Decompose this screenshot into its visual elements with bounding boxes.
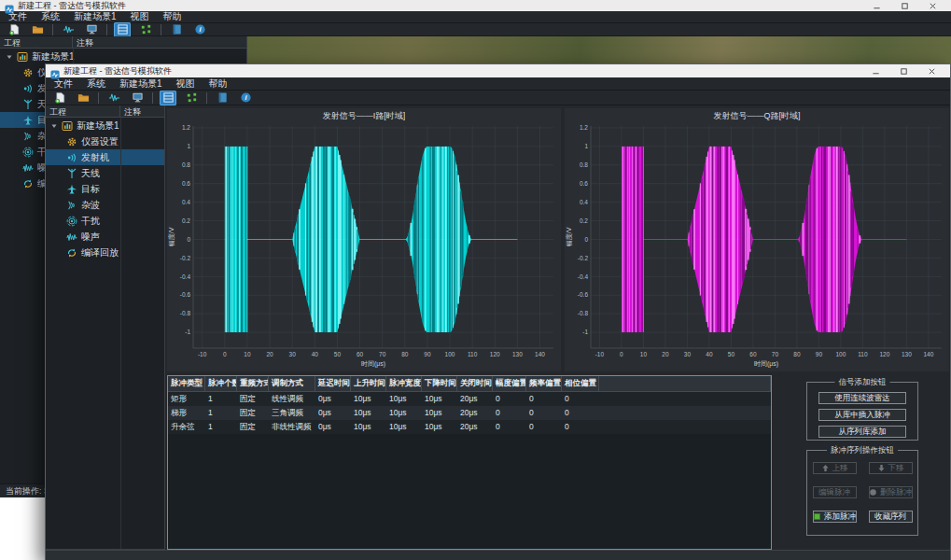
table-row-rect[interactable]: 矩形1固定线性调频0μs10μs10μs10μs20μs000 (168, 392, 771, 406)
open-project-button[interactable] (29, 22, 46, 37)
minimize-icon[interactable] (872, 67, 880, 76)
svg-text:90: 90 (424, 351, 431, 357)
menu-file[interactable]: 文件 (8, 10, 27, 23)
info-icon: i (194, 23, 206, 35)
svg-text:-1: -1 (185, 329, 190, 335)
fg-tree-item-jamming[interactable]: 干扰 (46, 213, 164, 229)
q-waveform-plot[interactable]: -100102030405060708090100110120130140-1-… (565, 120, 949, 369)
close-icon[interactable] (929, 2, 937, 10)
table-row-raised-cosine[interactable]: 升余弦1固定非线性调频0μs10μs10μs10μs20μs000 (168, 420, 771, 434)
svg-text:-0.2: -0.2 (578, 255, 589, 261)
scatter-plot-button[interactable] (137, 22, 154, 37)
maximize-icon[interactable] (901, 2, 909, 10)
jamming-icon (66, 216, 77, 227)
minimize-icon[interactable] (873, 2, 881, 10)
display-button[interactable] (129, 91, 146, 105)
toolbar-separator (206, 92, 207, 104)
transmitter-icon (22, 83, 34, 94)
svg-text:140: 140 (923, 351, 933, 357)
menu-view[interactable]: 视图 (131, 10, 149, 23)
table-row-trapezoid[interactable]: 梯形1固定三角调频0μs10μs10μs10μs20μs000 (168, 406, 771, 420)
open-project-button[interactable] (75, 91, 91, 105)
col-prf-mode[interactable]: 重频方式 (237, 376, 269, 391)
col-amp-offset[interactable]: 幅度偏置 (493, 376, 526, 391)
clutter-icon (66, 200, 77, 211)
tree-item-label: 发射机 (81, 151, 109, 164)
menu-system[interactable]: 系统 (41, 10, 60, 23)
svg-text:70: 70 (379, 351, 386, 357)
fg-tree-item-replay[interactable]: 编译回放 (46, 245, 164, 260)
col-delay-time[interactable]: 延迟时间 (315, 376, 351, 391)
menu-scene[interactable]: 新建场景1 (119, 77, 162, 91)
i-waveform-plot[interactable]: -100102030405060708090100110120130140-1-… (167, 120, 561, 369)
svg-text:-0.4: -0.4 (578, 273, 589, 280)
close-icon[interactable] (928, 67, 936, 76)
add-pulse-button[interactable]: 添加脉冲 (813, 511, 857, 523)
fg-tree-item-noise[interactable]: 噪声 (46, 229, 164, 245)
maximize-icon[interactable] (900, 67, 908, 76)
svg-text:60: 60 (357, 351, 364, 357)
info-icon: i (240, 91, 252, 104)
expander-icon[interactable] (6, 53, 13, 61)
fg-window-title: 新建工程 - 雷达信号模拟软件 (63, 65, 172, 77)
col-fall-time[interactable]: 下降时间 (422, 376, 457, 391)
col-freq-offset[interactable]: 频率偏置 (526, 376, 562, 391)
toolbar-separator (106, 24, 107, 35)
move-up-button[interactable]: 上移 (813, 462, 857, 474)
menu-scene[interactable]: 新建场景1 (74, 10, 117, 23)
expander-icon[interactable] (50, 122, 58, 130)
signal-add-group: 信号添加按钮 使用连续波雷达 从库中插入脉冲 从序列库添加 (806, 382, 918, 441)
waveform-button[interactable] (60, 22, 77, 37)
col-pulse-count[interactable]: 脉冲个数 (205, 376, 237, 391)
menu-help[interactable]: 帮助 (209, 77, 228, 91)
tree-col-comment: 注释 (120, 105, 164, 117)
fg-status-bar (46, 550, 950, 560)
display-icon (86, 23, 98, 35)
col-pulse-width[interactable]: 脉冲宽度 (386, 376, 422, 391)
new-project-button[interactable] (6, 22, 22, 37)
col-off-time[interactable]: 关闭时间 (457, 376, 493, 391)
svg-text:0.8: 0.8 (580, 161, 588, 168)
edit-pulse-button[interactable]: 编辑脉冲 (813, 486, 857, 498)
col-filler (599, 376, 771, 391)
fg-tree-item-clutter[interactable]: 杂波 (46, 197, 164, 213)
app-icon (5, 1, 14, 10)
svg-text:90: 90 (816, 351, 823, 357)
antenna-icon (22, 99, 34, 110)
delete-pulse-button[interactable]: 删除脉冲 (869, 486, 913, 498)
clutter-icon (22, 131, 34, 142)
fg-tree-item-transmitter[interactable]: 发射机 (46, 149, 164, 165)
col-modulation[interactable]: 调制方式 (269, 376, 315, 391)
grid-view-button[interactable] (114, 22, 131, 37)
notebook-button[interactable] (168, 22, 185, 37)
info-button[interactable]: i (237, 91, 254, 105)
scatter-plot-button[interactable] (183, 91, 200, 105)
waveform-button[interactable] (105, 91, 122, 105)
use-cw-radar-button[interactable]: 使用连续波雷达 (818, 392, 906, 404)
menu-system[interactable]: 系统 (87, 77, 105, 91)
add-from-sequence-library-button[interactable]: 从序列库添加 (818, 426, 906, 438)
notebook-button[interactable] (214, 91, 231, 105)
fg-tree-root-scene[interactable]: 新建场景1 (46, 118, 164, 133)
col-rise-time[interactable]: 上升时间 (351, 376, 386, 391)
new-project-button[interactable] (51, 91, 68, 105)
info-button[interactable]: i (191, 22, 208, 37)
col-phase-offset[interactable]: 相位偏置 (562, 376, 599, 391)
fg-tree-item-instrument-settings[interactable]: 仪器设置 (46, 133, 164, 149)
antenna-icon (66, 168, 77, 179)
fg-tree-item-antenna[interactable]: 天线 (46, 165, 164, 181)
menu-file[interactable]: 文件 (54, 77, 73, 91)
favorite-sequence-button[interactable]: 收藏序列 (869, 511, 913, 523)
move-down-button[interactable]: 下移 (869, 462, 913, 474)
insert-pulse-from-library-button[interactable]: 从库中插入脉冲 (818, 409, 906, 421)
bg-tree-root-scene[interactable]: 新建场景1 (0, 49, 246, 64)
svg-text:0.2: 0.2 (182, 217, 190, 224)
i-channel-plot-panel: 发射信号——I路[时域] -10010203040506070809010011… (167, 108, 561, 371)
grid-view-button[interactable] (160, 91, 176, 105)
svg-text:-0.4: -0.4 (180, 273, 191, 280)
display-button[interactable] (83, 22, 100, 37)
col-pulse-type[interactable]: 脉冲类型 (168, 376, 205, 391)
fg-tree-item-target[interactable]: 目标 (46, 181, 164, 197)
menu-view[interactable]: 视图 (176, 77, 195, 91)
menu-help[interactable]: 帮助 (163, 10, 182, 23)
